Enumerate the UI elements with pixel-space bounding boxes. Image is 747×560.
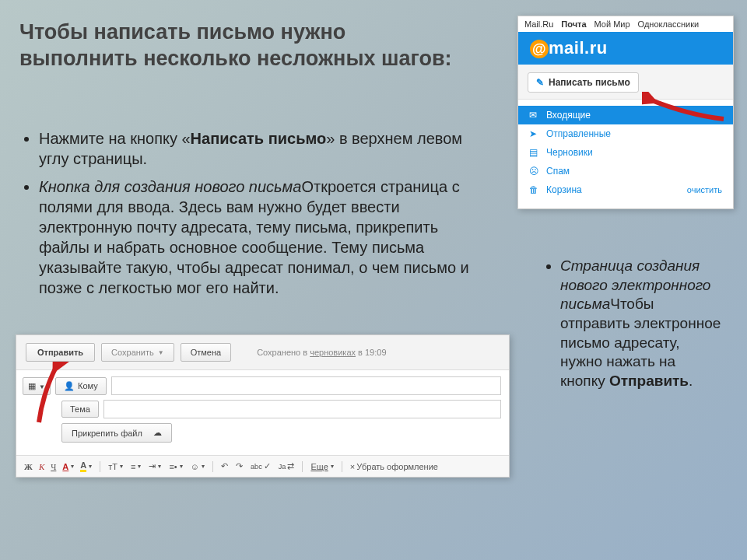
to-input[interactable] — [111, 376, 501, 395]
right-bullet-list: Страница создания нового электронного пи… — [560, 257, 724, 391]
drafts-link[interactable]: черновиках — [310, 348, 356, 357]
folder-list: ✉ Входящие ➤ Отправленные ▤ Черновики ☹ … — [518, 100, 733, 208]
format-toolbar: Ж К Ч А▾ А▾ тТ▾ ≡▾ ⇥▾ ≡•▾ ☺▾ ↶ ↷ abc✓ Ja… — [16, 455, 509, 477]
nav-moimir[interactable]: Мой Мир — [594, 19, 630, 29]
inbox-icon: ✉ — [529, 110, 540, 121]
bold-button[interactable]: Ж — [24, 462, 33, 471]
font-color-button[interactable]: А▾ — [62, 462, 74, 471]
compose-page-screenshot: Отправить Сохранить▼ Отмена Сохранено в … — [16, 334, 510, 478]
sent-icon: ➤ — [529, 128, 540, 139]
send-button[interactable]: Отправить — [26, 343, 95, 362]
font-size-button[interactable]: тТ▾ — [108, 462, 123, 471]
clear-formatting-button[interactable]: × Убрать оформление — [350, 462, 438, 471]
to-row: ▦ ▼ 👤 Кому — [23, 376, 509, 395]
trash-clear-link[interactable]: очистить — [687, 185, 722, 194]
mailru-at-icon: @ — [530, 40, 549, 58]
translate-button[interactable]: Ja⇄ — [279, 461, 295, 471]
to-label-button[interactable]: 👤 Кому — [55, 377, 107, 395]
redo-button[interactable]: ↷ — [236, 461, 243, 471]
nav-ok[interactable]: Одноклассники — [638, 19, 700, 29]
chevron-down-icon: ▼ — [158, 349, 164, 356]
spam-icon: ☹ — [529, 166, 540, 177]
save-button[interactable]: Сохранить▼ — [101, 343, 174, 362]
main-bullet-list: Нажмите на кнопку «Написать письмо» в ве… — [39, 128, 471, 306]
drafts-icon: ▤ — [529, 147, 540, 158]
italic-button[interactable]: К — [39, 462, 44, 471]
subject-input[interactable] — [103, 400, 501, 418]
bullet-compose-hint: Нажмите на кнопку «Написать письмо» в ве… — [39, 128, 471, 169]
compose-toolbar: Отправить Сохранить▼ Отмена Сохранено в … — [16, 335, 509, 370]
bullet-send-hint: Страница создания нового электронного пи… — [560, 257, 724, 391]
folder-inbox[interactable]: ✉ Входящие — [518, 106, 733, 124]
highlight-button[interactable]: А▾ — [80, 460, 92, 472]
compose-button-label: Написать письмо — [549, 77, 630, 88]
more-formatting-button[interactable]: Еще▾ — [310, 462, 333, 471]
person-icon: 👤 — [64, 381, 75, 391]
spellcheck-button[interactable]: abc✓ — [251, 461, 271, 471]
cloud-icon: ☁ — [153, 428, 162, 438]
mailru-logo: @mail.ru — [518, 32, 733, 65]
undo-button[interactable]: ↶ — [221, 461, 228, 471]
priority-dropdown[interactable]: ▦ ▼ — [23, 377, 51, 395]
slide-title: Чтобы написать письмо нужно выполнить не… — [19, 19, 463, 72]
mailru-sidebar-screenshot: Mail.Ru Почта Мой Мир Одноклассники @mai… — [517, 16, 734, 209]
folder-trash[interactable]: 🗑 Корзина очистить — [518, 180, 733, 199]
underline-button[interactable]: Ч — [51, 462, 56, 471]
emoji-button[interactable]: ☺▾ — [191, 462, 205, 471]
mailru-top-nav: Mail.Ru Почта Мой Мир Одноклассники — [518, 16, 733, 32]
nav-mailru[interactable]: Mail.Ru — [524, 19, 553, 29]
indent-button[interactable]: ⇥▾ — [149, 461, 161, 471]
subject-row: Тема — [61, 400, 509, 418]
list-button[interactable]: ≡•▾ — [169, 462, 182, 471]
compose-button[interactable]: ✎ Написать письмо — [528, 72, 639, 93]
saved-note: Сохранено в черновиках в 19:09 — [257, 348, 386, 357]
subject-label: Тема — [61, 401, 99, 418]
align-button[interactable]: ≡▾ — [131, 462, 141, 471]
bullet-compose-page-desc: Кнопка для создания нового письмаОткроет… — [39, 177, 471, 298]
attach-file-button[interactable]: Прикрепить файл ☁ — [61, 423, 172, 443]
folder-drafts[interactable]: ▤ Черновики — [518, 143, 733, 162]
nav-pochta[interactable]: Почта — [561, 19, 586, 29]
compose-icon: ✎ — [536, 77, 544, 88]
trash-icon: 🗑 — [529, 184, 540, 195]
folder-spam[interactable]: ☹ Спам — [518, 162, 733, 180]
cancel-button[interactable]: Отмена — [181, 343, 231, 362]
folder-sent[interactable]: ➤ Отправленные — [518, 124, 733, 143]
